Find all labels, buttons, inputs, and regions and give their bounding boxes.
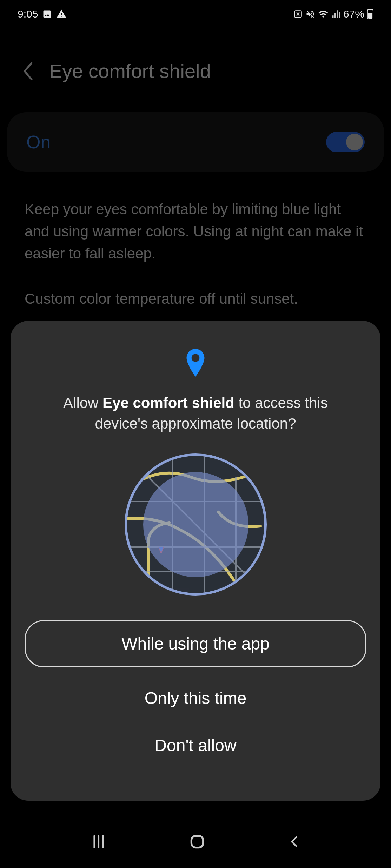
svg-rect-7 xyxy=(191,836,203,847)
svg-rect-2 xyxy=(369,9,372,10)
toggle-label: On xyxy=(26,132,51,153)
recycle-icon xyxy=(293,9,303,19)
prompt-pre: Allow xyxy=(63,395,102,411)
mute-icon xyxy=(305,9,315,19)
status-time: 9:05 xyxy=(18,8,38,20)
master-toggle-card[interactable]: On xyxy=(7,112,384,172)
map-illustration-wrap xyxy=(25,453,366,596)
wifi-icon xyxy=(318,9,329,19)
image-icon xyxy=(42,9,52,19)
back-icon[interactable] xyxy=(21,61,35,82)
map-illustration xyxy=(125,453,267,596)
toggle-knob xyxy=(346,134,363,150)
description-secondary: Custom color temperature off until sunse… xyxy=(25,288,366,310)
warning-icon xyxy=(56,9,67,19)
status-left: 9:05 xyxy=(18,8,67,20)
home-button[interactable] xyxy=(188,833,206,850)
navigation-bar xyxy=(0,828,391,856)
status-bar: 9:05 67% xyxy=(0,0,391,28)
allow-once-button[interactable]: Only this time xyxy=(25,674,366,722)
prompt-app-name: Eye comfort shield xyxy=(102,395,234,411)
location-pin-icon xyxy=(25,349,366,379)
allow-while-using-button[interactable]: While using the app xyxy=(25,620,366,667)
battery-pct: 67% xyxy=(343,8,364,20)
toggle-switch[interactable] xyxy=(326,132,365,152)
status-right: 67% xyxy=(293,8,373,20)
permission-prompt: Allow Eye comfort shield to access this … xyxy=(25,393,366,434)
page-header: Eye comfort shield xyxy=(21,60,211,82)
recents-button[interactable] xyxy=(90,833,107,850)
permission-dialog: Allow Eye comfort shield to access this … xyxy=(11,321,380,801)
signal-icon xyxy=(331,9,340,19)
description-primary: Keep your eyes comfortable by limiting b… xyxy=(25,198,366,264)
page-title: Eye comfort shield xyxy=(49,60,211,82)
deny-button[interactable]: Don't allow xyxy=(25,722,366,769)
battery-icon xyxy=(367,9,373,19)
back-button[interactable] xyxy=(287,833,301,850)
svg-rect-3 xyxy=(368,13,372,19)
